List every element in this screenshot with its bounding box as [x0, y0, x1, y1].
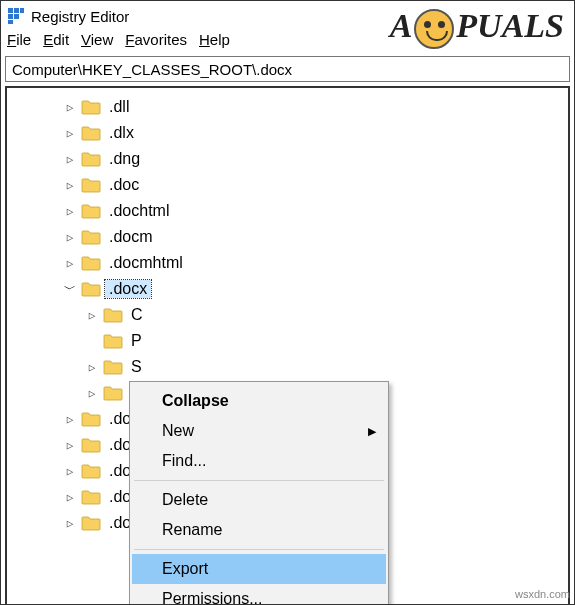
chevron-right-icon[interactable]: ▷: [63, 413, 77, 426]
chevron-right-icon[interactable]: ▷: [63, 127, 77, 140]
tree-item-label: P: [127, 332, 146, 350]
tree-item[interactable]: ▷ .docmhtml: [7, 250, 568, 276]
tree-item-label: S: [127, 358, 146, 376]
chevron-right-icon: ▶: [368, 425, 376, 438]
address-bar[interactable]: Computer\HKEY_CLASSES_ROOT\.docx: [5, 56, 570, 82]
tree-item-label: C: [127, 306, 147, 324]
context-menu: Collapse New ▶ Find... Delete Rename Exp…: [129, 381, 389, 605]
tree-panel: ▷ .dll▷ .dlx▷ .dng▷ .doc▷ .dochtml▷ .doc…: [5, 86, 570, 605]
svg-rect-1: [14, 8, 19, 13]
chevron-right-icon[interactable]: ▷: [63, 205, 77, 218]
cm-new[interactable]: New ▶: [132, 416, 386, 446]
menu-edit[interactable]: Edit: [43, 31, 69, 48]
menu-file[interactable]: File: [7, 31, 31, 48]
chevron-right-icon[interactable]: ▷: [63, 439, 77, 452]
folder-icon: [103, 385, 123, 401]
chevron-right-icon[interactable]: ▷: [63, 179, 77, 192]
chevron-right-icon[interactable]: ▷: [85, 387, 99, 400]
chevron-right-icon[interactable]: ▷: [63, 231, 77, 244]
svg-rect-0: [8, 8, 13, 13]
folder-icon: [103, 359, 123, 375]
chevron-right-icon[interactable]: ▷: [63, 257, 77, 270]
window-title: Registry Editor: [31, 8, 129, 25]
chevron-right-icon[interactable]: ▷: [63, 517, 77, 530]
svg-rect-4: [14, 14, 19, 19]
cm-export[interactable]: Export: [132, 554, 386, 584]
menu-favorites[interactable]: Favorites: [125, 31, 187, 48]
folder-icon: [81, 515, 101, 531]
tree-item-label: .docx: [105, 280, 151, 298]
chevron-right-icon[interactable]: ▷: [63, 465, 77, 478]
folder-icon: [81, 99, 101, 115]
folder-icon: [81, 229, 101, 245]
folder-icon: [81, 411, 101, 427]
tree-item[interactable]: ▷ .dll: [7, 94, 568, 120]
tree-item[interactable]: ▷ .doc: [7, 172, 568, 198]
chevron-right-icon[interactable]: ▷: [63, 153, 77, 166]
tree-item[interactable]: ▷ .docm: [7, 224, 568, 250]
tree-item-label: .docm: [105, 228, 157, 246]
chevron-right-icon[interactable]: ▷: [85, 309, 99, 322]
chevron-right-icon: [85, 335, 99, 348]
tree-item-label: .doc: [105, 176, 143, 194]
tree-item-label: .dlx: [105, 124, 138, 142]
tree-item[interactable]: ▷ .dng: [7, 146, 568, 172]
tree-item-label: .dll: [105, 98, 133, 116]
chevron-right-icon[interactable]: ▷: [85, 361, 99, 374]
tree-item[interactable]: ▷ S: [7, 354, 568, 380]
cm-delete[interactable]: Delete: [132, 485, 386, 515]
folder-icon: [81, 151, 101, 167]
cm-collapse[interactable]: Collapse: [132, 386, 386, 416]
folder-icon: [81, 489, 101, 505]
separator: [134, 549, 384, 550]
tree-item[interactable]: P: [7, 328, 568, 354]
svg-rect-2: [20, 8, 24, 13]
folder-icon: [81, 203, 101, 219]
cm-find[interactable]: Find...: [132, 446, 386, 476]
menu-help[interactable]: Help: [199, 31, 230, 48]
cm-permissions[interactable]: Permissions...: [132, 584, 386, 605]
separator: [134, 480, 384, 481]
tree-item[interactable]: ▷ .dlx: [7, 120, 568, 146]
folder-icon: [81, 177, 101, 193]
menu-view[interactable]: View: [81, 31, 113, 48]
tree-item-label: .docmhtml: [105, 254, 187, 272]
appuals-logo: A PUALS: [390, 7, 564, 45]
regedit-icon: [7, 7, 25, 25]
tree-item[interactable]: ▷ .dochtml: [7, 198, 568, 224]
watermark: wsxdn.com: [515, 588, 570, 600]
face-icon: [414, 9, 454, 49]
tree-item[interactable]: ▷ C: [7, 302, 568, 328]
chevron-right-icon[interactable]: ▷: [63, 101, 77, 114]
chevron-right-icon[interactable]: ▷: [63, 491, 77, 504]
folder-icon: [81, 255, 101, 271]
folder-icon: [81, 125, 101, 141]
tree-item-label: .dochtml: [105, 202, 173, 220]
svg-rect-3: [8, 14, 13, 19]
svg-rect-5: [8, 20, 13, 24]
address-bar-value: Computer\HKEY_CLASSES_ROOT\.docx: [12, 61, 292, 78]
cm-rename[interactable]: Rename: [132, 515, 386, 545]
folder-icon: [81, 463, 101, 479]
chevron-down-icon[interactable]: ﹀: [63, 281, 77, 298]
folder-icon: [103, 333, 123, 349]
folder-icon: [81, 281, 101, 297]
tree-item[interactable]: ﹀ .docx: [7, 276, 568, 302]
folder-icon: [81, 437, 101, 453]
tree-item-label: .dng: [105, 150, 144, 168]
folder-icon: [103, 307, 123, 323]
